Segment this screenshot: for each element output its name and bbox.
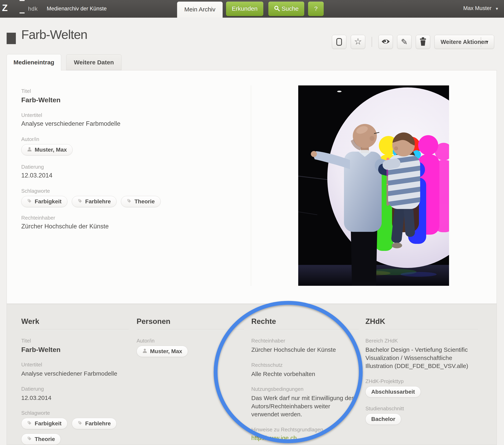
author-chip-label: Muster, Max	[35, 147, 67, 153]
field-label: Datierung	[21, 164, 238, 170]
field-value: Zürcher Hochschule der Künste	[21, 223, 238, 230]
studienabschnitt-chip-label: Bachelor	[371, 416, 395, 422]
keyword-chip-label: Farbigkeit	[35, 420, 62, 427]
top-navbar: Z hdk Medienarchiv der Künste Mein Archi…	[0, 0, 504, 18]
tab-weitere-daten[interactable]: Weitere Daten	[66, 54, 122, 70]
field-label: Rechteinhaber	[251, 338, 359, 344]
field-value: Farb-Welten	[21, 346, 129, 354]
field-label: Nutzungsbedingungen	[251, 386, 359, 392]
media-preview-image[interactable]	[298, 86, 449, 286]
studienabschnitt-chip[interactable]: Bachelor	[365, 413, 401, 425]
weitere-aktionen-button[interactable]: Weitere Aktionen ▼	[434, 35, 494, 49]
field-label: Schlagworte	[21, 188, 238, 194]
app-title: Medienarchiv der Künste	[47, 6, 107, 12]
person-icon	[27, 147, 32, 153]
summary-column-werk: Werk Titel Farb-Welten Untertitel Analys…	[21, 317, 129, 445]
tag-icon	[78, 420, 82, 427]
nav-button-suche[interactable]: Suche	[268, 2, 304, 16]
user-name: Max Muster	[463, 5, 492, 11]
tag-icon	[127, 198, 132, 205]
zhdk-logo-z[interactable]: Z	[2, 2, 7, 13]
page-title: Farb-Welten	[21, 27, 87, 42]
keyword-chip[interactable]: Farblehre	[72, 418, 117, 429]
field-value: Alle Rechte vorbehalten	[251, 370, 359, 378]
field-value: 12.03.2014	[21, 394, 129, 402]
keyword-chip[interactable]: Theorie	[21, 434, 61, 445]
medieneintrag-panel: Titel Farb-Welten Untertitel Analyse ver…	[7, 70, 497, 304]
column-divider	[251, 329, 359, 330]
keyword-chip[interactable]: Farblehre	[72, 196, 117, 207]
tag-icon	[27, 420, 32, 427]
keyword-chip[interactable]: Farbigkeit	[21, 418, 67, 429]
edit-button[interactable]: ✎	[397, 35, 412, 49]
field-label: Untertitel	[21, 362, 129, 368]
column-heading: Personen	[137, 317, 244, 326]
projekttyp-chip[interactable]: Abschlussarbeit	[365, 386, 421, 397]
author-chip-label: Muster, Max	[150, 348, 182, 355]
star-icon: ☆	[354, 37, 362, 46]
select-rectangle-icon	[336, 38, 342, 46]
field-label: Bereich ZHdK	[365, 338, 478, 344]
column-divider	[21, 329, 129, 330]
keyword-chip-label: Farbigkeit	[35, 198, 62, 205]
delete-button[interactable]	[416, 35, 430, 49]
field-label: Titel	[21, 338, 129, 344]
field-label: Autor/in	[137, 338, 244, 344]
column-divider	[365, 329, 478, 330]
caret-down-icon: ▼	[485, 39, 489, 44]
select-entry-button[interactable]	[332, 35, 346, 49]
nav-button-erkunden[interactable]: Erkunden	[226, 2, 263, 16]
pencil-icon: ✎	[401, 38, 408, 46]
keyword-chip[interactable]: Farbigkeit	[21, 196, 67, 207]
column-heading: Rechte	[251, 317, 359, 326]
field-label: Schlagworte	[21, 410, 129, 416]
field-value: Zürcher Hochschule der Künste	[251, 346, 359, 354]
field-label: Untertitel	[21, 112, 238, 118]
tag-icon	[27, 198, 32, 205]
keyword-chip[interactable]: Theorie	[121, 196, 161, 207]
field-label: Hinweise zu Rechtsgrundlagen	[251, 427, 359, 433]
summary-column-personen: Personen Autor/in Muster, Max	[137, 317, 244, 357]
nav-tab-mein-archiv[interactable]: Mein Archiv	[177, 2, 223, 18]
keyword-chip-label: Theorie	[134, 198, 155, 205]
eye-icon	[381, 38, 390, 45]
zhdk-logo-dash-icon	[19, 12, 25, 13]
field-titel: Titel Farb-Welten	[21, 88, 238, 104]
field-label: Autor/in	[21, 136, 238, 142]
search-icon	[274, 2, 280, 17]
button-divider	[481, 37, 481, 47]
medienarchiv-page: Z hdk Medienarchiv der Künste Mein Archi…	[0, 0, 504, 445]
toolbar-divider	[372, 37, 372, 47]
rechtsgrundlagen-link[interactable]: http://www.ige.ch	[251, 435, 297, 441]
projekttyp-chip-label: Abschlussarbeit	[371, 389, 415, 395]
author-chip[interactable]: Muster, Max	[21, 144, 72, 155]
keyword-chip-label: Farblehre	[85, 420, 111, 427]
author-chip[interactable]: Muster, Max	[137, 346, 188, 357]
field-value: Das Werk darf nur mit Einwilligung des A…	[251, 394, 359, 419]
view-permissions-button[interactable]	[378, 35, 393, 49]
user-menu[interactable]: Max Muster ▼	[463, 5, 499, 11]
field-label: Studienabschnitt	[365, 406, 478, 412]
field-label: Datierung	[21, 386, 129, 392]
field-value: Analyse verschiedener Farbmodelle	[21, 370, 129, 378]
column-heading: ZHdK	[365, 317, 478, 326]
summary-column-rechte: Rechte Rechteinhaber Zürcher Hochschule …	[251, 317, 359, 441]
field-label: Rechteinhaber	[21, 215, 238, 221]
field-label: Rechtsschutz	[251, 362, 359, 368]
field-rechteinhaber: Rechteinhaber Zürcher Hochschule der Kün…	[21, 215, 238, 230]
column-divider	[137, 329, 244, 330]
field-label: Titel	[21, 88, 238, 94]
person-icon	[142, 348, 147, 355]
tag-icon	[78, 198, 82, 205]
nav-button-help[interactable]: ?	[308, 2, 324, 16]
keyword-chip-label: Theorie	[35, 436, 55, 442]
field-datierung: Datierung 12.03.2014	[21, 164, 238, 179]
zhdk-logo-hdk[interactable]: hdk	[28, 6, 38, 12]
field-label: ZHdK-Projekttyp	[365, 378, 478, 384]
tab-medieneintrag[interactable]: Medieneintrag	[7, 54, 61, 71]
field-autor: Autor/in Muster, Max	[21, 136, 238, 155]
keyword-chip-label: Farblehre	[85, 198, 111, 205]
trash-icon	[420, 37, 426, 47]
field-schlagworte: Schlagworte Farbigkeit Farblehre Theorie	[21, 188, 238, 207]
favorite-button[interactable]: ☆	[351, 35, 365, 49]
